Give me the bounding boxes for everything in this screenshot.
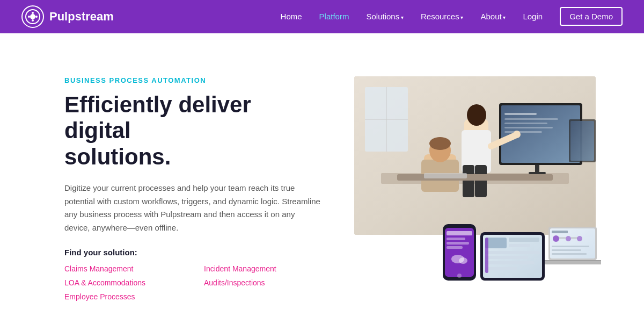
svg-point-44	[457, 274, 462, 278]
category-label: BUSINESS PROCESS AUTOMATION	[64, 76, 322, 84]
svg-rect-59	[559, 238, 566, 239]
nav-platform[interactable]: Platform	[319, 12, 349, 21]
main-heading: Efficiently deliver digital solutions.	[64, 92, 322, 170]
svg-rect-32	[424, 173, 467, 178]
svg-point-5	[35, 16, 38, 18]
find-solution-label: Find your solution:	[64, 248, 322, 257]
svg-point-26	[513, 131, 521, 138]
svg-rect-23	[475, 165, 487, 197]
svg-rect-64	[552, 249, 581, 251]
svg-point-60	[566, 236, 571, 241]
nav-login[interactable]: Login	[523, 12, 543, 21]
svg-point-1	[30, 14, 35, 19]
svg-rect-11	[504, 113, 537, 115]
svg-rect-61	[571, 238, 577, 239]
svg-rect-38	[447, 231, 472, 235]
solution-incident-management[interactable]: Incident Management	[204, 264, 322, 273]
solution-employee-processes[interactable]: Employee Processes	[64, 292, 182, 301]
svg-point-4	[28, 16, 30, 18]
svg-rect-67	[545, 260, 601, 261]
logo-text: Pulpstream	[49, 10, 114, 24]
nav-solutions[interactable]: Solutions	[366, 12, 404, 21]
svg-rect-15	[504, 131, 542, 133]
solution-loa-accommodations[interactable]: LOA & Accommodations	[64, 278, 182, 287]
svg-rect-31	[397, 174, 553, 181]
svg-point-43	[459, 257, 467, 264]
svg-rect-13	[504, 123, 547, 124]
svg-rect-63	[552, 246, 589, 247]
solutions-grid: Claims Management Incident Management LO…	[64, 264, 322, 301]
nav-resources[interactable]: Resources	[421, 12, 463, 21]
svg-rect-65	[552, 253, 587, 255]
svg-rect-57	[552, 231, 568, 233]
nav-home[interactable]: Home	[281, 12, 302, 21]
nav-links: Home Platform Solutions Resources About …	[281, 12, 623, 21]
svg-rect-41	[447, 246, 463, 249]
logo-link[interactable]: Pulpstream	[21, 5, 114, 28]
main-description: Digitize your current processes and help…	[64, 182, 322, 235]
left-column: BUSINESS PROCESS AUTOMATION Efficiently …	[64, 76, 322, 301]
svg-point-24	[467, 104, 486, 126]
svg-rect-16	[535, 165, 539, 173]
svg-rect-51	[485, 256, 528, 259]
solution-audits-inspections[interactable]: Audits/Inspections	[204, 278, 322, 287]
svg-rect-52	[485, 261, 535, 264]
svg-rect-48	[509, 238, 539, 242]
svg-point-2	[32, 12, 34, 14]
svg-rect-14	[504, 127, 553, 128]
svg-rect-39	[447, 238, 465, 240]
solution-claims-management[interactable]: Claims Management	[64, 264, 182, 273]
svg-rect-17	[529, 172, 546, 174]
svg-rect-53	[485, 267, 517, 270]
nav-about[interactable]: About	[480, 12, 506, 21]
svg-rect-22	[463, 165, 474, 197]
nav-get-demo[interactable]: Get a Demo	[560, 7, 623, 26]
svg-rect-49	[509, 244, 530, 247]
svg-rect-54	[485, 238, 488, 273]
svg-rect-50	[485, 251, 540, 254]
svg-rect-40	[447, 242, 469, 245]
logo-icon	[21, 5, 44, 28]
svg-rect-19	[570, 121, 594, 161]
svg-point-30	[429, 137, 451, 150]
main-content: BUSINESS PROCESS AUTOMATION Efficiently …	[0, 33, 644, 330]
svg-point-3	[32, 19, 34, 21]
navigation: Pulpstream Home Platform Solutions Resou…	[0, 0, 644, 33]
svg-point-62	[577, 236, 582, 241]
svg-point-58	[553, 235, 559, 242]
hero-illustration	[354, 76, 601, 281]
right-column	[354, 76, 601, 281]
svg-rect-12	[504, 118, 558, 120]
